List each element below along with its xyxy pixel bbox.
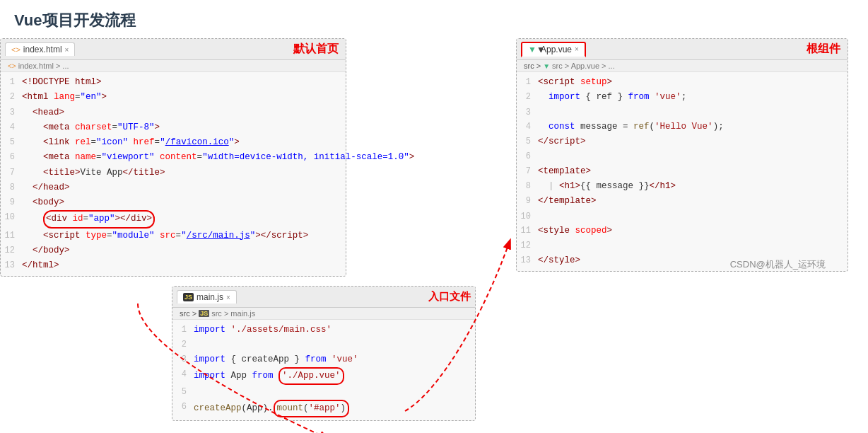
- vue-icon: ▼: [528, 45, 538, 54]
- app-code-area: 1 <script setup> 2 import { ref } from '…: [517, 72, 848, 271]
- main-line-6: 6 createApp(App).mount('#app'): [172, 400, 475, 417]
- code-line-11: 11 <script type="module" src="/src/main.…: [1, 229, 346, 243]
- app-close-btn[interactable]: ×: [575, 45, 579, 53]
- app-line-7: 7 <template>: [517, 164, 848, 179]
- main-line-4: 4 import App from './App.vue': [172, 367, 475, 385]
- code-line-4: 4 <meta charset="UTF-8">: [1, 120, 346, 135]
- main-line-2: 2: [172, 337, 475, 352]
- code-line-12: 12 </body>: [1, 243, 346, 258]
- app-tab-label: App.vue: [541, 45, 572, 54]
- main-breadcrumb-text: src > main.js: [211, 309, 255, 318]
- index-tab[interactable]: <> index.html ×: [5, 42, 75, 56]
- main-tab-bar: JS main.js × 入口文件: [172, 287, 475, 308]
- code-line-13: 13 </html>: [1, 258, 346, 273]
- code-line-6: 6 <meta name="viewport" content="width=d…: [1, 150, 346, 165]
- index-html-panel: <> index.html × <> index.html > ... 默认首页…: [0, 38, 346, 277]
- app-line-11: 11 <style scoped>: [517, 224, 848, 238]
- main-close-btn[interactable]: ×: [226, 294, 230, 301]
- breadcrumb-html-icon: <>: [8, 62, 16, 70]
- main-breadcrumb: src > JS src > main.js: [172, 308, 475, 320]
- app-line-5: 5 </script>: [517, 134, 848, 149]
- index-breadcrumb-text: index.html > ...: [18, 62, 69, 70]
- index-code-area: 1 <!DOCTYPE html> 2 <html lang="en"> 3 <…: [1, 72, 346, 276]
- app-line-10: 10: [517, 209, 848, 224]
- app-breadcrumb-text: src > App.vue > ...: [552, 62, 615, 70]
- html-icon: <>: [11, 45, 20, 54]
- js-icon: JS: [183, 293, 194, 301]
- main-line-3: 3 import { createApp } from 'vue': [172, 352, 475, 367]
- watermark: CSDN@机器人_运环境: [730, 258, 826, 271]
- index-breadcrumb: <> index.html > ...: [1, 60, 346, 72]
- main-tab[interactable]: JS main.js ×: [177, 290, 237, 304]
- code-line-9: 9 <body>: [1, 195, 346, 210]
- breadcrumb-vue-icon: ▼: [543, 62, 550, 70]
- app-line-9: 9 </template>: [517, 194, 848, 209]
- app-line-6: 6: [517, 149, 848, 163]
- code-line-1: 1 <!DOCTYPE html>: [1, 75, 346, 90]
- code-line-7: 7 <title>Vite App</title>: [1, 166, 346, 180]
- app-tab[interactable]: ▼ App.vue ×: [521, 42, 586, 57]
- main-tab-label: main.js: [197, 292, 223, 302]
- app-line-1: 1 <script setup>: [517, 75, 848, 90]
- code-line-2: 2 <html lang="en">: [1, 90, 346, 105]
- code-line-3: 3 <head>: [1, 105, 346, 120]
- index-close-btn[interactable]: ×: [65, 46, 69, 54]
- app-breadcrumb: src > ▼ src > App.vue > ...: [517, 60, 848, 72]
- main-line-1: 1 import './assets/main.css': [172, 323, 475, 337]
- main-line-5: 5: [172, 385, 475, 399]
- page-title: Vue项目开发流程: [0, 0, 868, 38]
- code-line-10: 10 <div id="app"></div>: [1, 210, 346, 228]
- app-line-2: 2 import { ref } from 'vue';: [517, 90, 848, 105]
- app-line-3: 3: [517, 105, 848, 120]
- code-line-8: 8 </head>: [1, 180, 346, 195]
- app-line-4: 4 const message = ref('Hello Vue');: [517, 120, 848, 134]
- main-code-area: 1 import './assets/main.css' 2 3 import …: [172, 320, 475, 420]
- main-js-panel: JS main.js × 入口文件 src > JS src > main.js…: [172, 286, 476, 421]
- app-vue-panel: ▼ App.vue × src > ▼ src > App.vue > ... …: [516, 38, 848, 272]
- breadcrumb-js-icon: JS: [199, 310, 209, 317]
- code-line-5: 5 <link rel="icon" href="/favicon.ico">: [1, 135, 346, 150]
- index-panel-label: 默认首页: [293, 42, 339, 57]
- index-tab-label: index.html: [23, 45, 62, 54]
- app-panel-label: 根组件: [807, 42, 840, 57]
- main-panel-label: 入口文件: [428, 290, 471, 304]
- app-line-12: 12: [517, 238, 848, 253]
- app-line-8: 8 | <h1>{{ message }}</h1>: [517, 179, 848, 194]
- app-tab-bar: ▼ App.vue ×: [517, 39, 848, 60]
